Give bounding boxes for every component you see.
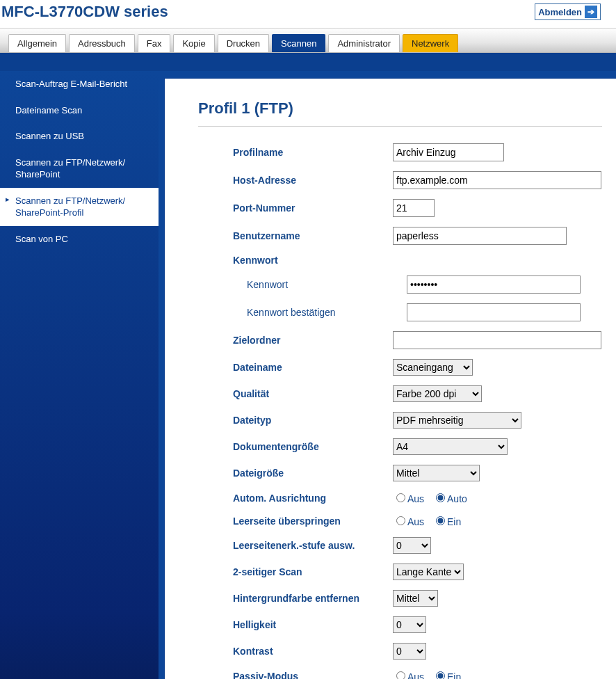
tab-fax[interactable]: Fax	[138, 34, 171, 52]
input-host[interactable]	[393, 171, 601, 189]
tab-drucken[interactable]: Drucken	[218, 34, 269, 52]
select-brightness[interactable]: 0	[393, 616, 426, 633]
radio-label-auto: Auto	[447, 493, 467, 504]
select-filename[interactable]: Scaneingang	[393, 359, 473, 376]
select-quality[interactable]: Farbe 200 dpi	[393, 385, 482, 402]
radio-label-aus: Aus	[407, 493, 424, 504]
logout-label: Abmelden	[538, 7, 582, 17]
sidebar-item-scan-report[interactable]: Scan-Auftrag E-Mail-Bericht	[0, 71, 159, 97]
label-password: Kennwort	[233, 279, 407, 290]
input-password[interactable]	[407, 275, 581, 294]
logout-arrow-icon: ➔	[585, 6, 597, 18]
label-filetype: Dateityp	[233, 415, 393, 426]
label-quality: Qualität	[233, 388, 393, 399]
label-auto-orient: Autom. Ausrichtung	[233, 493, 393, 504]
select-bg-remove[interactable]: Mittel	[393, 590, 438, 607]
select-filesize[interactable]: Mittel	[393, 465, 480, 481]
radio-label-aus2: Aus	[407, 516, 424, 527]
radio-label-ein2: Ein	[447, 671, 461, 679]
tab-administrator[interactable]: Administrator	[328, 34, 400, 52]
tab-kopie[interactable]: Kopie	[173, 34, 214, 52]
radio-auto-orient-auto[interactable]	[436, 493, 445, 502]
sidebar-item-scan-ftp-profile[interactable]: Scannen zu FTP/Netzwerk/ SharePoint-Prof…	[0, 188, 159, 226]
radio-label-ein: Ein	[447, 516, 461, 527]
sidebar-item-scan-pc[interactable]: Scan von PC	[0, 226, 159, 253]
tab-adressbuch[interactable]: Adressbuch	[69, 34, 135, 52]
device-title: MFC-L3770CDW series	[1, 3, 168, 21]
label-contrast: Kontrast	[233, 646, 393, 657]
select-blank-level[interactable]: 0	[393, 537, 431, 554]
label-folder: Zielordner	[233, 335, 393, 346]
input-password-confirm[interactable]	[407, 303, 581, 321]
label-skip-blank: Leerseite überspringen	[233, 516, 393, 527]
sidebar-item-filename[interactable]: Dateiname Scan	[0, 97, 159, 124]
input-user[interactable]	[393, 227, 567, 245]
label-host: Host-Adresse	[233, 175, 393, 186]
label-filesize: Dateigröße	[233, 468, 393, 479]
label-passive: Passiv-Modus	[233, 671, 393, 680]
sidebar-item-scan-ftp[interactable]: Scannen zu FTP/Netzwerk/ SharePoint	[0, 150, 159, 188]
select-filetype[interactable]: PDF mehrseitig	[393, 412, 521, 429]
tab-scannen[interactable]: Scannen	[272, 34, 325, 52]
main-tabbar: Allgemein Adressbuch Fax Kopie Drucken S…	[0, 29, 616, 53]
logout-button[interactable]: Abmelden ➔	[535, 3, 601, 20]
radio-passive-aus[interactable]	[396, 671, 405, 679]
select-contrast[interactable]: 0	[393, 643, 426, 660]
input-profilname[interactable]	[393, 143, 504, 161]
label-user: Benutzername	[233, 230, 393, 241]
sidebar-item-scan-usb[interactable]: Scannen zu USB	[0, 123, 159, 150]
label-duplex: 2-seitiger Scan	[233, 566, 393, 577]
radio-skip-blank-ein[interactable]	[436, 516, 445, 525]
input-folder[interactable]	[393, 331, 601, 349]
radio-label-aus3: Aus	[407, 671, 424, 679]
title-divider	[198, 126, 602, 127]
radio-passive-ein[interactable]	[436, 671, 445, 679]
label-docsize: Dokumentengröße	[233, 441, 393, 452]
sidebar: Scan-Auftrag E-Mail-Bericht Dateiname Sc…	[0, 71, 159, 679]
label-port: Port-Nummer	[233, 202, 393, 214]
tab-allgemein[interactable]: Allgemein	[8, 34, 66, 52]
label-password-section: Kennwort	[233, 255, 393, 266]
page-title: Profil 1 (FTP)	[198, 99, 602, 118]
label-brightness: Helligkeit	[233, 619, 393, 630]
label-password-confirm: Kennwort bestätigen	[233, 307, 407, 318]
label-bg-remove: Hintergrundfarbe entfernen	[233, 593, 393, 604]
input-port[interactable]	[393, 199, 435, 217]
label-filename: Dateiname	[233, 362, 393, 373]
select-docsize[interactable]: A4	[393, 438, 508, 455]
radio-skip-blank-aus[interactable]	[396, 516, 405, 525]
radio-auto-orient-aus[interactable]	[396, 493, 405, 502]
header-strip	[0, 53, 616, 71]
tab-netzwerk[interactable]: Netzwerk	[403, 34, 458, 52]
label-blank-level: Leerseitenerk.-stufe ausw.	[233, 540, 393, 551]
select-duplex[interactable]: Lange Kante	[393, 564, 464, 580]
label-profilname: Profilname	[233, 147, 393, 158]
